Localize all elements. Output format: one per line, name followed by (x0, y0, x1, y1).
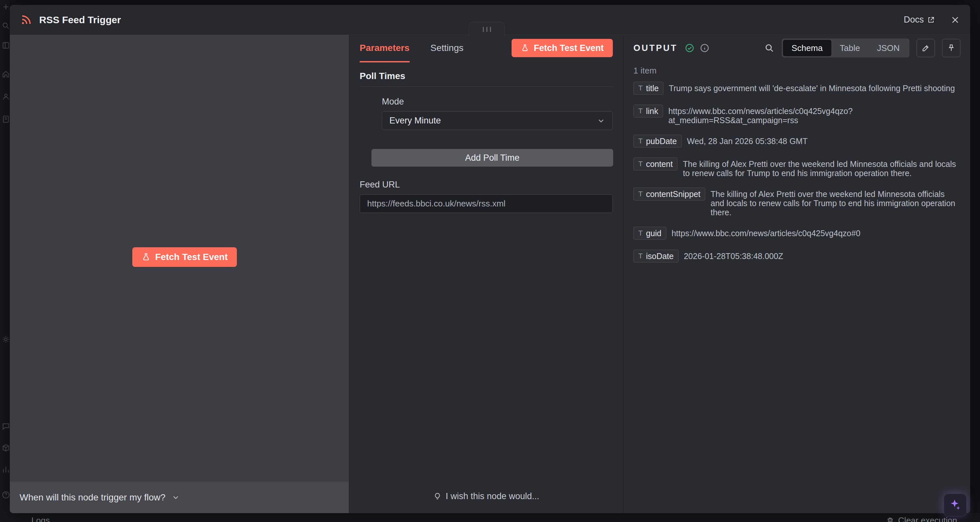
tab-parameters[interactable]: Parameters (360, 35, 410, 62)
field-badge[interactable]: T title (633, 82, 663, 95)
field-key: content (646, 159, 673, 169)
field-key: pubDate (646, 137, 677, 146)
trigger-info-question: When will this node trigger my flow? (20, 492, 165, 503)
string-type-icon: T (638, 160, 643, 168)
schema-row: T contentSnippet The killing of Alex Pre… (633, 188, 960, 217)
output-title: OUTPUT (633, 43, 678, 53)
field-badge[interactable]: T guid (633, 227, 667, 240)
home-icon[interactable] (2, 70, 10, 78)
mode-select[interactable]: Every Minute (382, 111, 613, 130)
field-key: link (646, 107, 658, 116)
close-icon[interactable] (951, 15, 960, 24)
chevron-down-icon (597, 117, 605, 125)
field-value: Trump says government will 'de-escalate'… (669, 82, 960, 93)
schema-view: T title Trump says government will 'de-e… (633, 82, 960, 263)
package-icon[interactable] (2, 444, 10, 452)
success-check-icon (685, 43, 695, 53)
fetch-test-event-button[interactable]: Fetch Test Event (132, 247, 237, 267)
string-type-icon: T (638, 190, 643, 198)
field-value: 2026-01-28T05:38:48.000Z (684, 250, 960, 261)
field-value: Wed, 28 Jan 2026 05:38:48 GMT (687, 135, 960, 146)
output-view-toggle: Schema Table JSON (782, 38, 910, 57)
settings-icon[interactable] (2, 335, 10, 344)
feed-url-label: Feed URL (360, 180, 613, 190)
tab-settings[interactable]: Settings (431, 35, 463, 62)
field-value: The killing of Alex Pretti over the week… (683, 158, 960, 178)
trigger-info-footer[interactable]: When will this node trigger my flow? (10, 482, 349, 513)
field-value: https://www.bbc.com/news/articles/c0q425… (668, 105, 960, 125)
chevron-down-icon (172, 493, 180, 502)
mode-label: Mode (382, 97, 613, 107)
tab-bar: Parameters Settings Fetch Test Event (360, 35, 613, 62)
schema-row: T pubDate Wed, 28 Jan 2026 05:38:48 GMT (633, 135, 960, 148)
logs-label[interactable]: Logs (31, 516, 50, 522)
string-type-icon: T (638, 252, 643, 260)
add-poll-time-button[interactable]: Add Poll Time (371, 149, 613, 167)
field-value: https://www.bbc.com/news/articles/c0q425… (671, 227, 960, 238)
schema-row: T content The killing of Alex Pretti ove… (633, 158, 960, 178)
sparkle-icon (949, 498, 962, 512)
poll-times-group: Mode Every Minute (382, 97, 613, 130)
docs-label: Docs (904, 15, 924, 25)
clear-execution-button[interactable]: Clear execution (886, 516, 957, 522)
node-details-modal: RSS Feed Trigger Docs Fetch Test Event W… (10, 5, 970, 513)
field-badge[interactable]: T pubDate (633, 135, 682, 148)
chart-icon[interactable] (2, 465, 10, 474)
flask-icon (521, 44, 529, 52)
ai-assistant-button[interactable] (944, 493, 967, 516)
items-count: 1 item (633, 66, 960, 76)
node-title: RSS Feed Trigger (39, 14, 121, 25)
string-type-icon: T (638, 229, 643, 237)
field-key: contentSnippet (646, 189, 700, 199)
mode-selected-value: Every Minute (390, 116, 441, 126)
field-badge[interactable]: T isoDate (633, 250, 678, 263)
panel-icon[interactable] (2, 41, 10, 50)
view-option-table[interactable]: Table (831, 40, 869, 56)
field-key: guid (646, 229, 661, 238)
schema-row: T title Trump says government will 'de-e… (633, 82, 960, 95)
help-icon[interactable] (2, 491, 10, 499)
trash-icon (886, 517, 894, 522)
templates-icon[interactable] (2, 115, 10, 124)
field-key: isoDate (646, 251, 674, 261)
view-option-schema[interactable]: Schema (783, 40, 831, 56)
rss-icon (20, 14, 32, 26)
schema-row: T link https://www.bbc.com/news/articles… (633, 105, 960, 125)
string-type-icon: T (638, 137, 643, 145)
parameters-panel: Parameters Settings Fetch Test Event Pol… (349, 35, 623, 513)
schema-row: T isoDate 2026-01-28T05:38:48.000Z (633, 250, 960, 263)
canvas-bottom-bar (0, 513, 980, 522)
panel-drag-handle[interactable] (469, 22, 505, 36)
field-badge[interactable]: T contentSnippet (633, 188, 705, 201)
view-option-json[interactable]: JSON (869, 40, 908, 56)
user-icon[interactable] (2, 92, 10, 101)
search-icon[interactable] (2, 22, 10, 30)
app-sidebar-strip (0, 0, 10, 522)
schema-row: T guid https://www.bbc.com/news/articles… (633, 227, 960, 240)
field-key: title (646, 84, 659, 93)
pin-icon (947, 44, 956, 52)
edit-output-button[interactable] (916, 39, 935, 57)
field-badge[interactable]: T link (633, 105, 663, 118)
clear-execution-label: Clear execution (898, 516, 957, 522)
field-badge[interactable]: T content (633, 158, 678, 170)
feed-url-input[interactable] (360, 194, 613, 213)
docs-link[interactable]: Docs (904, 15, 935, 25)
add-workflow-icon[interactable] (2, 3, 10, 11)
lightbulb-icon (433, 492, 442, 501)
fetch-test-event-label: Fetch Test Event (534, 43, 604, 53)
external-link-icon (927, 16, 935, 24)
search-icon[interactable] (764, 43, 775, 53)
fetch-test-event-button[interactable]: Fetch Test Event (512, 39, 613, 57)
chat-icon[interactable] (2, 422, 10, 431)
pin-data-button[interactable] (942, 39, 960, 57)
output-header: OUTPUT Schema Table JSON (633, 38, 960, 58)
flask-icon (142, 253, 151, 262)
fetch-test-event-label: Fetch Test Event (155, 252, 228, 262)
output-panel: OUTPUT Schema Table JSON (623, 35, 970, 513)
wish-hint[interactable]: I wish this node would... (349, 491, 623, 501)
info-icon[interactable] (700, 43, 710, 53)
wish-hint-label: I wish this node would... (445, 491, 539, 501)
string-type-icon: T (638, 107, 643, 115)
poll-times-section-title: Poll Times (360, 71, 613, 87)
